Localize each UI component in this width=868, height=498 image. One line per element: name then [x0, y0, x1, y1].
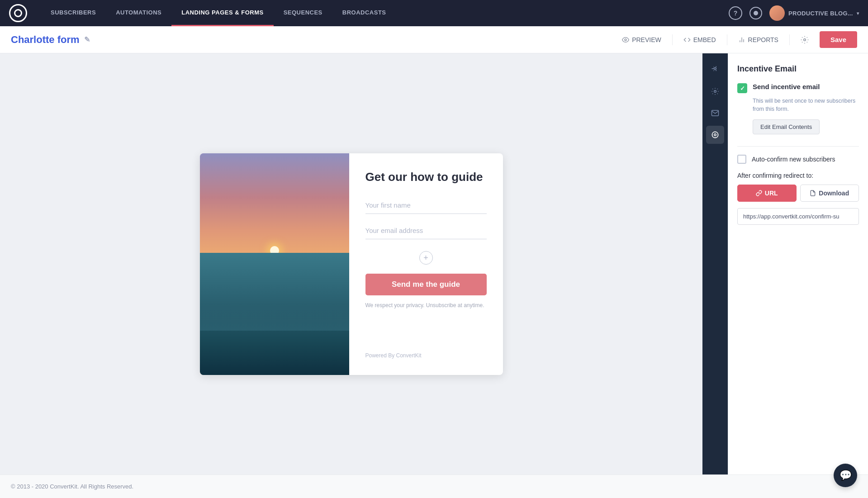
- panel-title: Incentive Email: [737, 64, 859, 74]
- add-field-row: +: [365, 251, 487, 265]
- edit-email-button[interactable]: Edit Email Contents: [753, 119, 820, 134]
- send-incentive-label-group: Send incentive email: [753, 83, 820, 90]
- svg-point-5: [714, 68, 716, 70]
- svg-point-8: [712, 132, 718, 138]
- settings-gear-action[interactable]: [801, 36, 809, 44]
- redirect-url-input[interactable]: [737, 208, 859, 225]
- footer: © 2013 - 2020 ConvertKit. All Rights Res…: [0, 474, 868, 498]
- top-nav: SUBSCRIBERS AUTOMATIONS LANDING PAGES & …: [0, 0, 868, 26]
- form-title-group: Charlotte form ✎: [11, 34, 90, 46]
- form-content: Get our how to guide + Send me the guide…: [349, 153, 503, 375]
- auto-confirm-label: Auto-confirm new subscribers: [752, 156, 835, 163]
- nav-right: ? PRODUCTIVE BLOG... ▾: [729, 5, 859, 21]
- email-input[interactable]: [365, 222, 487, 239]
- nav-link-broadcasts[interactable]: BROADCASTS: [332, 0, 396, 26]
- url-tab-label: URL: [765, 190, 778, 197]
- subheader: Charlotte form ✎ PREVIEW EMBED REPORTS S…: [0, 26, 868, 53]
- panel-divider: [737, 146, 859, 147]
- user-name: PRODUCTIVE BLOG...: [788, 10, 853, 17]
- send-incentive-row: Send incentive email: [737, 83, 859, 93]
- form-name: Charlotte form: [11, 34, 80, 46]
- link-icon: [756, 190, 762, 196]
- embed-label: EMBED: [693, 36, 716, 43]
- form-heading: Get our how to guide: [365, 170, 487, 185]
- sidebar-email-btn[interactable]: [706, 104, 724, 122]
- redirect-label: After confirming redirect to:: [737, 172, 859, 179]
- nav-link-landing-pages[interactable]: LANDING PAGES & FORMS: [171, 0, 273, 26]
- waves: [200, 304, 349, 331]
- chat-button[interactable]: 💬: [834, 464, 857, 487]
- chevron-down-icon: ▾: [857, 11, 859, 16]
- canvas-area: Get our how to guide + Send me the guide…: [0, 53, 702, 474]
- nav-link-automations[interactable]: AUTOMATIONS: [106, 0, 171, 26]
- form-image: [200, 153, 349, 375]
- status-indicator: [749, 7, 762, 19]
- add-field-button[interactable]: +: [419, 251, 433, 265]
- redirect-tab-url[interactable]: URL: [737, 185, 797, 202]
- divider-1: [672, 34, 673, 45]
- reports-label: REPORTS: [748, 36, 778, 43]
- right-panel: Incentive Email Send incentive email Thi…: [728, 53, 868, 474]
- submit-button[interactable]: Send me the guide: [365, 274, 487, 295]
- edit-title-icon[interactable]: ✎: [84, 35, 90, 44]
- sidebar-design-btn[interactable]: [706, 61, 724, 79]
- redirect-tab-download[interactable]: Download: [800, 185, 859, 202]
- sidebar-integrations-btn[interactable]: [706, 126, 724, 144]
- auto-confirm-checkbox[interactable]: [737, 155, 746, 164]
- preview-icon: [622, 36, 629, 43]
- help-button[interactable]: ?: [729, 6, 742, 20]
- user-menu[interactable]: PRODUCTIVE BLOG... ▾: [769, 5, 859, 21]
- embed-icon: [683, 36, 691, 43]
- form-card: Get our how to guide + Send me the guide…: [200, 153, 503, 375]
- divider-3: [789, 34, 790, 45]
- svg-point-0: [625, 39, 626, 41]
- sidebar-icon-strip: [702, 53, 728, 474]
- form-fields: [365, 197, 487, 247]
- nav-link-subscribers[interactable]: SUBSCRIBERS: [41, 0, 106, 26]
- settings-icon: [711, 87, 719, 95]
- subheader-actions: PREVIEW EMBED REPORTS Save: [622, 31, 857, 48]
- embed-action[interactable]: EMBED: [683, 36, 716, 43]
- divider-2: [727, 34, 727, 45]
- reports-icon: [738, 36, 745, 43]
- preview-label: PREVIEW: [632, 36, 661, 43]
- nav-links: SUBSCRIBERS AUTOMATIONS LANDING PAGES & …: [41, 0, 729, 26]
- auto-confirm-row: Auto-confirm new subscribers: [737, 155, 859, 164]
- download-icon: [810, 190, 816, 196]
- copyright-text: © 2013 - 2020 ConvertKit. All Rights Res…: [11, 483, 133, 490]
- preview-action[interactable]: PREVIEW: [622, 36, 661, 43]
- mail-icon: [711, 109, 719, 117]
- nav-logo[interactable]: [9, 4, 27, 22]
- svg-point-6: [714, 90, 716, 93]
- save-button[interactable]: Save: [820, 31, 857, 48]
- privacy-text: We respect your privacy. Unsubscribe at …: [365, 302, 487, 309]
- user-avatar: [769, 5, 785, 21]
- first-name-input[interactable]: [365, 197, 487, 214]
- svg-point-7: [714, 134, 716, 136]
- nav-link-sequences[interactable]: SEQUENCES: [274, 0, 332, 26]
- download-tab-label: Download: [819, 190, 849, 197]
- wand-icon: [711, 66, 719, 74]
- chat-icon: 💬: [840, 470, 852, 481]
- integrations-icon: [711, 131, 719, 139]
- send-incentive-checkbox[interactable]: [737, 83, 747, 93]
- gear-icon: [801, 36, 809, 44]
- redirect-tabs: URL Download: [737, 185, 859, 202]
- powered-by-text: Powered By ConvertKit: [365, 352, 487, 359]
- svg-point-4: [804, 38, 806, 41]
- send-incentive-sub: This will be sent once to new subscriber…: [753, 97, 859, 113]
- send-incentive-label: Send incentive email: [753, 83, 820, 90]
- main-area: Get our how to guide + Send me the guide…: [0, 53, 868, 474]
- sidebar-settings-btn[interactable]: [706, 82, 724, 100]
- reports-action[interactable]: REPORTS: [738, 36, 778, 43]
